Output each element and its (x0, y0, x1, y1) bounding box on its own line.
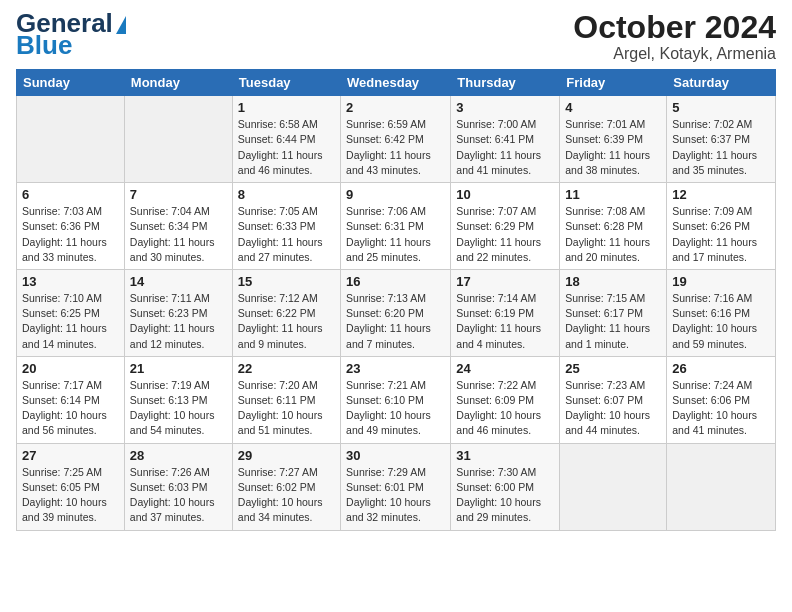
calendar-week-row: 1Sunrise: 6:58 AMSunset: 6:44 PMDaylight… (17, 96, 776, 183)
day-info: Sunrise: 7:16 AMSunset: 6:16 PMDaylight:… (672, 291, 770, 352)
day-number: 13 (22, 274, 119, 289)
day-number: 23 (346, 361, 445, 376)
table-row: 23Sunrise: 7:21 AMSunset: 6:10 PMDayligh… (341, 356, 451, 443)
day-info: Sunrise: 7:25 AMSunset: 6:05 PMDaylight:… (22, 465, 119, 526)
day-info: Sunrise: 7:17 AMSunset: 6:14 PMDaylight:… (22, 378, 119, 439)
day-info: Sunrise: 7:29 AMSunset: 6:01 PMDaylight:… (346, 465, 445, 526)
day-number: 6 (22, 187, 119, 202)
day-number: 1 (238, 100, 335, 115)
day-number: 21 (130, 361, 227, 376)
table-row: 16Sunrise: 7:13 AMSunset: 6:20 PMDayligh… (341, 269, 451, 356)
day-info: Sunrise: 7:13 AMSunset: 6:20 PMDaylight:… (346, 291, 445, 352)
day-number: 16 (346, 274, 445, 289)
table-row: 20Sunrise: 7:17 AMSunset: 6:14 PMDayligh… (17, 356, 125, 443)
table-row (667, 443, 776, 530)
col-sunday: Sunday (17, 70, 125, 96)
day-info: Sunrise: 7:06 AMSunset: 6:31 PMDaylight:… (346, 204, 445, 265)
header: General Blue October 2024 Argel, Kotayk,… (16, 10, 776, 63)
day-number: 25 (565, 361, 661, 376)
day-info: Sunrise: 7:00 AMSunset: 6:41 PMDaylight:… (456, 117, 554, 178)
table-row: 24Sunrise: 7:22 AMSunset: 6:09 PMDayligh… (451, 356, 560, 443)
col-friday: Friday (560, 70, 667, 96)
table-row: 31Sunrise: 7:30 AMSunset: 6:00 PMDayligh… (451, 443, 560, 530)
day-info: Sunrise: 7:30 AMSunset: 6:00 PMDaylight:… (456, 465, 554, 526)
day-number: 30 (346, 448, 445, 463)
table-row (560, 443, 667, 530)
page-subtitle: Argel, Kotayk, Armenia (573, 45, 776, 63)
day-info: Sunrise: 6:59 AMSunset: 6:42 PMDaylight:… (346, 117, 445, 178)
table-row: 12Sunrise: 7:09 AMSunset: 6:26 PMDayligh… (667, 183, 776, 270)
table-row: 14Sunrise: 7:11 AMSunset: 6:23 PMDayligh… (124, 269, 232, 356)
table-row: 2Sunrise: 6:59 AMSunset: 6:42 PMDaylight… (341, 96, 451, 183)
table-row: 8Sunrise: 7:05 AMSunset: 6:33 PMDaylight… (232, 183, 340, 270)
day-info: Sunrise: 7:23 AMSunset: 6:07 PMDaylight:… (565, 378, 661, 439)
col-monday: Monday (124, 70, 232, 96)
table-row: 19Sunrise: 7:16 AMSunset: 6:16 PMDayligh… (667, 269, 776, 356)
logo-blue-text: Blue (16, 32, 72, 58)
day-number: 3 (456, 100, 554, 115)
day-info: Sunrise: 7:12 AMSunset: 6:22 PMDaylight:… (238, 291, 335, 352)
day-info: Sunrise: 7:08 AMSunset: 6:28 PMDaylight:… (565, 204, 661, 265)
day-number: 31 (456, 448, 554, 463)
day-number: 4 (565, 100, 661, 115)
table-row: 17Sunrise: 7:14 AMSunset: 6:19 PMDayligh… (451, 269, 560, 356)
day-number: 29 (238, 448, 335, 463)
calendar-header-row: Sunday Monday Tuesday Wednesday Thursday… (17, 70, 776, 96)
table-row: 22Sunrise: 7:20 AMSunset: 6:11 PMDayligh… (232, 356, 340, 443)
day-number: 11 (565, 187, 661, 202)
day-info: Sunrise: 7:10 AMSunset: 6:25 PMDaylight:… (22, 291, 119, 352)
day-number: 15 (238, 274, 335, 289)
table-row: 28Sunrise: 7:26 AMSunset: 6:03 PMDayligh… (124, 443, 232, 530)
table-row: 3Sunrise: 7:00 AMSunset: 6:41 PMDaylight… (451, 96, 560, 183)
title-block: October 2024 Argel, Kotayk, Armenia (573, 10, 776, 63)
day-number: 7 (130, 187, 227, 202)
col-wednesday: Wednesday (341, 70, 451, 96)
table-row: 4Sunrise: 7:01 AMSunset: 6:39 PMDaylight… (560, 96, 667, 183)
table-row: 5Sunrise: 7:02 AMSunset: 6:37 PMDaylight… (667, 96, 776, 183)
table-row: 15Sunrise: 7:12 AMSunset: 6:22 PMDayligh… (232, 269, 340, 356)
day-number: 20 (22, 361, 119, 376)
day-info: Sunrise: 7:02 AMSunset: 6:37 PMDaylight:… (672, 117, 770, 178)
table-row: 21Sunrise: 7:19 AMSunset: 6:13 PMDayligh… (124, 356, 232, 443)
table-row: 29Sunrise: 7:27 AMSunset: 6:02 PMDayligh… (232, 443, 340, 530)
col-thursday: Thursday (451, 70, 560, 96)
col-tuesday: Tuesday (232, 70, 340, 96)
day-number: 5 (672, 100, 770, 115)
day-number: 18 (565, 274, 661, 289)
calendar-week-row: 20Sunrise: 7:17 AMSunset: 6:14 PMDayligh… (17, 356, 776, 443)
table-row: 7Sunrise: 7:04 AMSunset: 6:34 PMDaylight… (124, 183, 232, 270)
calendar-week-row: 13Sunrise: 7:10 AMSunset: 6:25 PMDayligh… (17, 269, 776, 356)
day-info: Sunrise: 7:15 AMSunset: 6:17 PMDaylight:… (565, 291, 661, 352)
day-info: Sunrise: 7:03 AMSunset: 6:36 PMDaylight:… (22, 204, 119, 265)
day-number: 10 (456, 187, 554, 202)
day-number: 17 (456, 274, 554, 289)
day-number: 9 (346, 187, 445, 202)
page: General Blue October 2024 Argel, Kotayk,… (0, 0, 792, 612)
table-row: 13Sunrise: 7:10 AMSunset: 6:25 PMDayligh… (17, 269, 125, 356)
day-info: Sunrise: 7:04 AMSunset: 6:34 PMDaylight:… (130, 204, 227, 265)
table-row (17, 96, 125, 183)
day-info: Sunrise: 7:24 AMSunset: 6:06 PMDaylight:… (672, 378, 770, 439)
table-row: 30Sunrise: 7:29 AMSunset: 6:01 PMDayligh… (341, 443, 451, 530)
table-row: 10Sunrise: 7:07 AMSunset: 6:29 PMDayligh… (451, 183, 560, 270)
table-row: 26Sunrise: 7:24 AMSunset: 6:06 PMDayligh… (667, 356, 776, 443)
col-saturday: Saturday (667, 70, 776, 96)
table-row: 18Sunrise: 7:15 AMSunset: 6:17 PMDayligh… (560, 269, 667, 356)
table-row: 11Sunrise: 7:08 AMSunset: 6:28 PMDayligh… (560, 183, 667, 270)
day-info: Sunrise: 7:22 AMSunset: 6:09 PMDaylight:… (456, 378, 554, 439)
calendar-week-row: 6Sunrise: 7:03 AMSunset: 6:36 PMDaylight… (17, 183, 776, 270)
day-number: 8 (238, 187, 335, 202)
day-number: 19 (672, 274, 770, 289)
calendar-week-row: 27Sunrise: 7:25 AMSunset: 6:05 PMDayligh… (17, 443, 776, 530)
table-row (124, 96, 232, 183)
day-number: 22 (238, 361, 335, 376)
day-number: 12 (672, 187, 770, 202)
day-number: 14 (130, 274, 227, 289)
day-info: Sunrise: 7:14 AMSunset: 6:19 PMDaylight:… (456, 291, 554, 352)
day-info: Sunrise: 7:07 AMSunset: 6:29 PMDaylight:… (456, 204, 554, 265)
day-info: Sunrise: 7:20 AMSunset: 6:11 PMDaylight:… (238, 378, 335, 439)
table-row: 9Sunrise: 7:06 AMSunset: 6:31 PMDaylight… (341, 183, 451, 270)
table-row: 6Sunrise: 7:03 AMSunset: 6:36 PMDaylight… (17, 183, 125, 270)
day-info: Sunrise: 7:11 AMSunset: 6:23 PMDaylight:… (130, 291, 227, 352)
day-info: Sunrise: 7:05 AMSunset: 6:33 PMDaylight:… (238, 204, 335, 265)
